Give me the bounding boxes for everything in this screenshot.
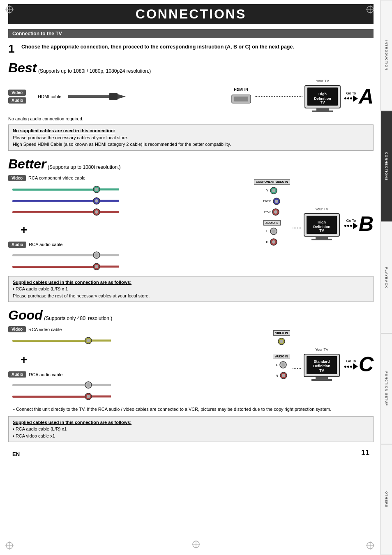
step-instruction: 1 Choose the appropriate connection, the… <box>8 43 374 55</box>
good-dotted <box>293 368 301 369</box>
better-r-label: R <box>266 240 268 244</box>
svg-rect-23 <box>312 111 333 112</box>
step-text: Choose the appropriate connection, then … <box>21 43 294 51</box>
good-audio-circles: L R <box>276 361 288 380</box>
svg-point-81 <box>282 374 285 377</box>
better-video-cable-text: RCA component video cable <box>28 175 85 180</box>
better-section: Better (Supports up to 1080i resolution.… <box>8 157 374 302</box>
better-left: Video RCA component video cable <box>8 175 251 273</box>
good-video-port-label: VIDEO IN <box>273 330 290 336</box>
good-l-port: L <box>276 361 287 369</box>
svg-rect-22 <box>316 108 329 111</box>
good-tv: Your TV Standard Definition TV <box>303 348 340 381</box>
better-component-port-label: COMPONENT VIDEO IN <box>254 179 290 185</box>
good-plus: + <box>21 353 270 366</box>
better-info-box: Supplied cables used in this connection … <box>8 276 374 302</box>
svg-rect-16 <box>109 93 118 100</box>
better-diagram: Video RCA component video cable <box>8 175 374 273</box>
svg-point-50 <box>275 200 278 203</box>
svg-rect-72 <box>12 396 86 398</box>
svg-point-56 <box>272 240 275 244</box>
good-label: Good <box>8 308 43 322</box>
good-section: Good (Supports only 480i resolution.) Vi… <box>8 308 374 442</box>
svg-text:High: High <box>318 92 327 96</box>
svg-text:Definition: Definition <box>313 364 330 368</box>
sidebar-tab-introduction[interactable]: INTRODUCTION <box>380 0 392 111</box>
svg-rect-85 <box>311 379 332 381</box>
section-header: Connection to the TV <box>8 29 374 38</box>
svg-text:TV: TV <box>320 100 325 104</box>
better-info-line-2: Please purchase the rest of the necessar… <box>13 292 369 299</box>
better-goto-text: Go To <box>346 219 356 223</box>
best-info-line-1: Please purchase the necessary cables at … <box>13 134 369 141</box>
hdmi-port-area: HDMI IN <box>231 88 251 106</box>
better-r-port: R <box>266 238 278 246</box>
dot8 <box>347 366 349 368</box>
svg-rect-84 <box>316 377 328 379</box>
better-tv: Your TV High Definition TV <box>303 207 340 241</box>
best-cable-visual <box>68 91 228 102</box>
svg-point-54 <box>272 230 275 233</box>
svg-point-48 <box>272 189 275 192</box>
main-content: CONNECTIONS Connection to the TV 1 Choos… <box>4 0 378 465</box>
footer-language: EN <box>12 451 20 457</box>
svg-rect-39 <box>12 254 95 256</box>
good-r-port: R <box>276 371 288 380</box>
better-dots-arrow <box>344 223 358 229</box>
best-label: Best <box>8 60 37 75</box>
dot2 <box>347 97 349 99</box>
best-tv-svg: High Definition TV <box>304 84 341 113</box>
better-audio-badge: Audio <box>8 242 26 248</box>
better-audio-circles: L R <box>266 227 278 246</box>
svg-point-29 <box>95 188 98 191</box>
svg-rect-64 <box>12 340 86 342</box>
best-info-box: No supplied cables are used in this conn… <box>8 124 374 151</box>
best-subtitle: (Supports up to 1080i / 1080p, 1080p24 r… <box>38 68 151 74</box>
svg-text:TV: TV <box>319 228 324 233</box>
best-goto-text: Go To <box>346 91 356 95</box>
sidebar-tab-function-setup[interactable]: FUNCTION SETUP <box>380 333 392 444</box>
svg-point-52 <box>274 210 277 214</box>
better-component-circles: Y Pb/Cb Pr/Cr <box>263 187 281 216</box>
svg-rect-59 <box>316 236 328 239</box>
better-audio-port-label: AUDIO IN <box>263 220 281 226</box>
corner-top-left <box>3 3 16 16</box>
sidebar-tab-connections[interactable]: CONNECTIONS <box>380 111 392 222</box>
good-audio-row: Audio RCA audio cable <box>8 371 270 378</box>
step-number: 1 <box>8 43 17 55</box>
sidebar-tab-others[interactable]: OTHERS <box>380 444 392 555</box>
better-l-label: L <box>266 229 268 233</box>
good-diagram: Video RCA video cable + Audio RCA audio … <box>8 326 374 403</box>
svg-point-37 <box>95 210 98 214</box>
sidebar-tab-playback[interactable]: PLAYBACK <box>380 222 392 333</box>
good-audio-cable-svg <box>12 381 136 401</box>
better-l-port: L <box>266 227 277 235</box>
good-your-tv-label: Your TV <box>315 348 328 352</box>
svg-point-45 <box>95 265 98 268</box>
corner-bottom-right <box>364 539 376 552</box>
svg-point-74 <box>87 395 90 398</box>
best-video-row: Video <box>8 90 36 96</box>
better-ports: COMPONENT VIDEO IN Y Pb/Cb Pr/Cr <box>254 179 290 246</box>
good-subtitle: (Supports only 480i resolution.) <box>44 315 112 321</box>
svg-point-70 <box>87 383 90 387</box>
better-audio-cable-svg <box>12 251 152 272</box>
hdmi-port-label: HDMI IN <box>234 88 248 92</box>
better-subtitle: (Supports up to 1080i resolution.) <box>48 164 120 170</box>
dot9 <box>350 366 352 368</box>
dot4 <box>344 225 346 227</box>
dot7 <box>344 366 346 368</box>
hdmi-cable-svg <box>68 91 134 102</box>
good-arrow-tri <box>353 363 358 370</box>
svg-point-77 <box>280 340 283 343</box>
best-section: Best (Supports up to 1080i / 1080p, 1080… <box>8 60 374 151</box>
good-left: Video RCA video cable + Audio RCA audio … <box>8 326 270 403</box>
best-arrow-tri <box>353 95 358 102</box>
best-info-line-2: High Speed HDMI Cable (also known as HDM… <box>13 141 369 148</box>
good-video-cable-text: RCA video cable <box>28 327 62 332</box>
best-audio-badge: Audio <box>8 97 26 104</box>
good-goto-letter: C <box>359 354 374 375</box>
best-cable-text: HDMI cable <box>38 94 67 99</box>
better-pr-port: Pr/Cr <box>264 208 280 216</box>
svg-rect-15 <box>68 95 109 98</box>
